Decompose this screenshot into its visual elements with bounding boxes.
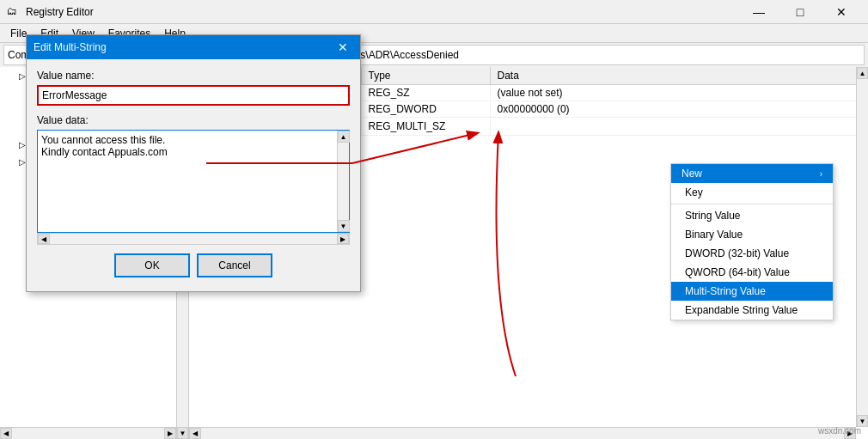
- reg-type: REG_DWORD: [361, 101, 490, 118]
- ta-scroll-up[interactable]: ▲: [338, 131, 350, 143]
- tree-hscrollbar[interactable]: ◀ ▶: [0, 427, 176, 439]
- dialog-title-text: Edit Multi-String: [34, 41, 333, 53]
- cancel-button[interactable]: Cancel: [197, 253, 272, 277]
- dialog-close-button[interactable]: ✕: [333, 37, 353, 58]
- context-arrow: ›: [820, 169, 822, 179]
- context-item-qword-value[interactable]: QWORD (64-bit) Value: [671, 263, 833, 282]
- reg-type: REG_MULTI_SZ: [361, 118, 490, 136]
- context-item-key[interactable]: Key: [671, 183, 833, 202]
- reg-data: (value not set): [490, 85, 868, 101]
- reg-data: 0x00000000 (0): [490, 101, 868, 118]
- rhscroll-track: [201, 428, 844, 439]
- edit-multistring-dialog: Edit Multi-String ✕ Value name: Value da…: [26, 34, 361, 292]
- title-bar: 🗂 Registry Editor — □ ✕: [0, 0, 868, 24]
- right-vscrollbar[interactable]: ▲ ▼: [856, 67, 868, 427]
- watermark: wsxdn.com: [818, 426, 861, 436]
- textarea-hscrollbar[interactable]: ◀ ▶: [37, 233, 350, 245]
- context-item-multistring-value[interactable]: Multi-String Value: [671, 282, 833, 301]
- context-menu-header: New ›: [671, 164, 833, 183]
- hscroll-left[interactable]: ◀: [0, 428, 12, 439]
- rvscroll-up[interactable]: ▲: [857, 67, 868, 79]
- close-button[interactable]: ✕: [822, 0, 861, 24]
- context-item-string-value[interactable]: String Value: [671, 206, 833, 225]
- dialog-buttons: OK Cancel: [37, 245, 350, 284]
- right-hscrollbar[interactable]: ◀ ▶: [189, 427, 856, 439]
- textarea-scrollbar[interactable]: ▲ ▼: [337, 131, 349, 232]
- value-data-container: You cannot access this file. Kindly cont…: [37, 130, 350, 233]
- hscroll-track: [12, 428, 164, 439]
- maximize-button[interactable]: □: [780, 0, 820, 24]
- scroll-down-arrow[interactable]: ▼: [177, 427, 188, 439]
- value-data-label: Value data:: [37, 114, 350, 126]
- reg-data: [490, 118, 868, 136]
- ta-hscroll-left[interactable]: ◀: [38, 234, 50, 244]
- hscroll-right[interactable]: ▶: [164, 428, 176, 439]
- context-item-binary-value[interactable]: Binary Value: [671, 225, 833, 244]
- dialog-body: Value name: Value data: You cannot acces…: [27, 59, 360, 291]
- ta-scroll-down[interactable]: ▼: [338, 220, 350, 232]
- rvscroll-down[interactable]: ▼: [857, 415, 868, 427]
- col-data[interactable]: Data: [490, 67, 868, 85]
- value-data-textarea[interactable]: You cannot access this file. Kindly cont…: [38, 131, 337, 232]
- context-menu-title: New: [682, 168, 702, 180]
- app-title: Registry Editor: [26, 6, 739, 18]
- value-name-input[interactable]: [37, 85, 350, 106]
- rhscroll-left[interactable]: ◀: [189, 428, 201, 439]
- dialog-overlay: Edit Multi-String ✕ Value name: Value da…: [26, 34, 361, 292]
- separator: [671, 204, 833, 204]
- window-controls: — □ ✕: [739, 0, 861, 24]
- value-name-label: Value name:: [37, 70, 350, 82]
- app-icon: 🗂: [7, 5, 21, 19]
- context-item-expandable-value[interactable]: Expandable String Value: [671, 301, 833, 320]
- col-type[interactable]: Type: [361, 67, 490, 85]
- ok-button[interactable]: OK: [114, 253, 190, 277]
- reg-type: REG_SZ: [361, 85, 490, 101]
- ta-hscroll-right[interactable]: ▶: [337, 234, 349, 244]
- dialog-title-bar: Edit Multi-String ✕: [27, 35, 360, 59]
- minimize-button[interactable]: —: [739, 0, 779, 24]
- context-menu: New › Key String Value Binary Value DWOR…: [670, 163, 834, 320]
- context-item-dword-value[interactable]: DWORD (32-bit) Value: [671, 244, 833, 263]
